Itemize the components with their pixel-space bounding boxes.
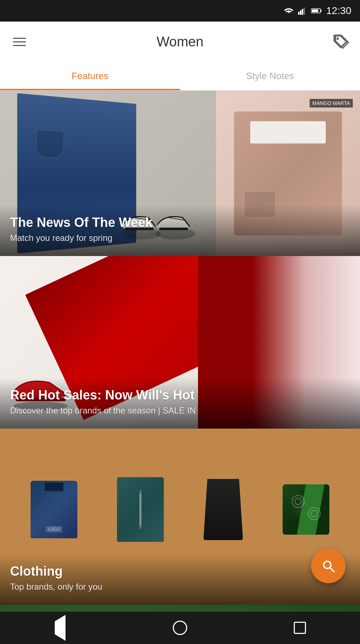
menu-line-3 xyxy=(13,45,26,46)
card-news-subtitle: Match you ready for spring xyxy=(10,233,350,243)
wifi-icon xyxy=(284,7,294,15)
green-bag xyxy=(283,484,329,535)
signal-icon xyxy=(298,7,307,15)
svg-point-8 xyxy=(337,38,339,40)
svg-line-20 xyxy=(330,567,334,572)
sweater-collar xyxy=(250,121,326,143)
clothing-item-sweater: LOGO xyxy=(31,481,77,538)
card-clothing[interactable]: LOGO xyxy=(0,429,360,605)
tab-style-notes[interactable]: Style Notes xyxy=(180,62,360,90)
menu-button[interactable] xyxy=(10,35,29,49)
recents-icon xyxy=(294,622,306,634)
clothing-item-coat xyxy=(117,477,164,542)
svg-rect-5 xyxy=(320,10,321,12)
status-bar: 12:30 xyxy=(0,0,360,22)
cards-container: MANGO MARTA The News Of The Week Match y… xyxy=(0,91,360,644)
nav-back-button[interactable] xyxy=(49,617,71,639)
card-red-hot-overlay: Red Hot Sales: Now Will's Hot Discover t… xyxy=(0,378,360,429)
tab-features[interactable]: Features xyxy=(0,62,180,90)
tabs-bar: Features Style Notes xyxy=(0,62,360,91)
bottom-nav xyxy=(0,612,360,644)
svg-point-15 xyxy=(292,495,304,508)
search-icon xyxy=(320,558,336,574)
card-red-hot[interactable]: Red Hot Sales: Now Will's Hot Discover t… xyxy=(0,256,360,429)
teal-coat xyxy=(117,477,164,542)
svg-point-18 xyxy=(311,510,317,517)
nav-recents-button[interactable] xyxy=(289,617,311,639)
card-clothing-title: Clothing xyxy=(10,564,350,579)
card-red-hot-title: Red Hot Sales: Now Will's Hot xyxy=(10,388,350,403)
card-clothing-subtitle: Top brands, only for you xyxy=(10,582,350,592)
status-time: 12:30 xyxy=(326,5,351,17)
page-title: Women xyxy=(157,34,203,50)
black-skirt xyxy=(203,479,243,540)
svg-rect-6 xyxy=(312,9,318,12)
card-news-overlay: The News Of The Week Match you ready for… xyxy=(0,205,360,256)
card-news-title: The News Of The Week xyxy=(10,215,350,230)
status-icons: 12:30 xyxy=(284,5,351,17)
svg-point-16 xyxy=(295,498,301,505)
jeans-pocket xyxy=(36,129,64,158)
home-icon xyxy=(173,621,187,635)
menu-line-1 xyxy=(13,38,26,39)
battery-icon xyxy=(311,8,322,14)
nav-home-button[interactable] xyxy=(169,617,191,639)
svg-rect-0 xyxy=(298,12,300,15)
brand-tag: MANGO MARTA xyxy=(310,99,353,108)
menu-line-2 xyxy=(13,41,26,42)
search-fab[interactable] xyxy=(311,549,346,583)
svg-rect-2 xyxy=(302,9,303,15)
card-red-hot-subtitle: Discover the top brands of the season | … xyxy=(10,406,350,416)
blue-sweater: LOGO xyxy=(31,481,77,538)
svg-rect-3 xyxy=(303,8,305,15)
tag-icon[interactable] xyxy=(331,32,350,51)
app-bar: Women xyxy=(0,22,360,62)
card-clothing-overlay: Clothing Top brands, only for you xyxy=(0,554,360,605)
clothing-item-bag xyxy=(283,484,329,535)
svg-point-17 xyxy=(308,507,320,520)
card-news[interactable]: MANGO MARTA The News Of The Week Match y… xyxy=(0,91,360,256)
back-icon xyxy=(55,621,66,635)
clothing-item-skirt xyxy=(203,479,243,540)
svg-rect-1 xyxy=(300,10,301,15)
